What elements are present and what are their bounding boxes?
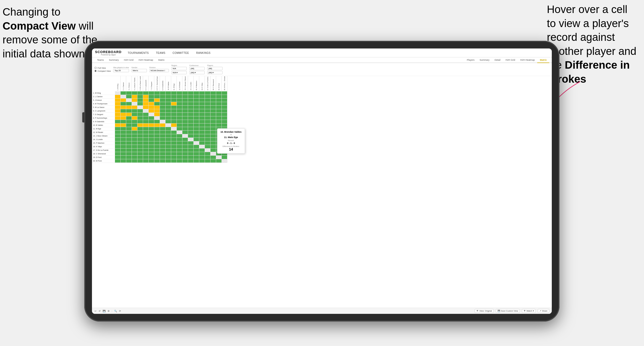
grid-cell[interactable]: [210, 145, 216, 149]
grid-cell[interactable]: [121, 98, 126, 102]
grid-cell[interactable]: [149, 152, 154, 156]
grid-cell[interactable]: [171, 91, 177, 95]
grid-cell[interactable]: [210, 138, 216, 141]
grid-cell[interactable]: [166, 116, 171, 120]
grid-cell[interactable]: [194, 152, 199, 156]
grid-cell[interactable]: [188, 123, 194, 127]
grid-cell[interactable]: [132, 159, 137, 163]
grid-cell[interactable]: [154, 106, 160, 109]
grid-cell[interactable]: [137, 123, 143, 127]
grid-cell[interactable]: [171, 141, 177, 145]
grid-cell[interactable]: [216, 102, 222, 106]
grid-cell[interactable]: [182, 159, 188, 163]
grid-cell[interactable]: [205, 145, 210, 149]
view-original-btn[interactable]: 👁 View: Original: [475, 309, 494, 313]
grid-cell[interactable]: [205, 138, 210, 141]
tab-h2h-grid[interactable]: H2H Grid: [121, 57, 136, 63]
grid-cell[interactable]: [188, 120, 194, 123]
grid-cell[interactable]: [137, 127, 143, 131]
grid-cell[interactable]: [199, 149, 205, 152]
grid-cell[interactable]: [222, 159, 227, 163]
grid-cell[interactable]: [171, 138, 177, 141]
grid-cell[interactable]: [177, 156, 182, 159]
grid-cell[interactable]: [137, 152, 143, 156]
grid-cell[interactable]: [166, 106, 171, 109]
grid-cell[interactable]: [222, 156, 227, 159]
grid-cell[interactable]: [171, 131, 177, 134]
grid-cell[interactable]: [210, 113, 216, 116]
grid-cell[interactable]: [137, 141, 143, 145]
grid-cell[interactable]: [137, 109, 143, 113]
grid-cell[interactable]: [182, 120, 188, 123]
grid-cell[interactable]: [166, 113, 171, 116]
grid-cell[interactable]: [132, 123, 137, 127]
grid-cell[interactable]: [216, 95, 222, 98]
grid-cell[interactable]: [121, 131, 126, 134]
grid-cell[interactable]: [210, 106, 216, 109]
grid-cell[interactable]: [199, 123, 205, 127]
grid-area[interactable]: 1. W Ding 2. L Clanton 3. J Koivun 4. M …: [92, 76, 552, 308]
grid-cell[interactable]: [160, 106, 166, 109]
grid-cell[interactable]: [154, 145, 160, 149]
grid-cell[interactable]: [188, 159, 194, 163]
grid-cell[interactable]: [182, 98, 188, 102]
grid-cell[interactable]: [210, 109, 216, 113]
grid-cell[interactable]: [166, 156, 171, 159]
grid-cell[interactable]: [132, 116, 137, 120]
grid-cell[interactable]: [205, 152, 210, 156]
grid-cell[interactable]: [171, 120, 177, 123]
grid-cell[interactable]: [121, 95, 126, 98]
grid-cell[interactable]: [166, 102, 171, 106]
grid-cell[interactable]: [194, 145, 199, 149]
grid-cell[interactable]: [115, 95, 121, 98]
grid-cell[interactable]: [115, 116, 121, 120]
grid-cell[interactable]: [115, 113, 121, 116]
grid-cell[interactable]: [166, 134, 171, 138]
grid-cell[interactable]: [182, 102, 188, 106]
grid-cell[interactable]: [154, 109, 160, 113]
grid-cell[interactable]: [121, 113, 126, 116]
region-select[interactable]: N/A: [171, 67, 187, 70]
grid-cell[interactable]: [115, 120, 121, 123]
grid-cell[interactable]: [160, 149, 166, 152]
grid-cell[interactable]: [205, 149, 210, 152]
grid-cell[interactable]: [126, 98, 132, 102]
grid-cell[interactable]: [154, 141, 160, 145]
grid-cell[interactable]: [160, 123, 166, 127]
grid-cell[interactable]: [177, 113, 182, 116]
grid-cell[interactable]: [115, 109, 121, 113]
players-select[interactable]: (All): [207, 67, 223, 70]
grid-cell[interactable]: [115, 98, 121, 102]
grid-cell[interactable]: [166, 138, 171, 141]
grid-cell[interactable]: [166, 145, 171, 149]
grid-cell[interactable]: [126, 134, 132, 138]
grid-cell[interactable]: [222, 102, 227, 106]
tab-teams[interactable]: Teams: [95, 57, 107, 63]
grid-cell[interactable]: [143, 159, 149, 163]
grid-cell[interactable]: [126, 120, 132, 123]
grid-cell[interactable]: [121, 141, 126, 145]
tab-h2h-heatmap2[interactable]: H2H Heatmap: [518, 57, 537, 63]
grid-cell[interactable]: [137, 145, 143, 149]
grid-cell[interactable]: [222, 109, 227, 113]
grid-cell[interactable]: [149, 141, 154, 145]
grid-cell[interactable]: [188, 149, 194, 152]
region-select2[interactable]: N/A ▾: [171, 71, 187, 74]
watch-btn[interactable]: 👁 Watch ▾: [522, 309, 536, 313]
grid-cell[interactable]: [132, 120, 137, 123]
grid-cell[interactable]: [188, 145, 194, 149]
grid-cell[interactable]: [154, 134, 160, 138]
grid-cell[interactable]: [210, 116, 216, 120]
grid-cell[interactable]: [149, 149, 154, 152]
grid-cell[interactable]: [177, 127, 182, 131]
grid-cell[interactable]: [149, 138, 154, 141]
grid-cell[interactable]: [194, 116, 199, 120]
grid-cell[interactable]: [199, 109, 205, 113]
grid-cell[interactable]: [222, 98, 227, 102]
grid-cell[interactable]: [222, 113, 227, 116]
grid-cell[interactable]: [137, 102, 143, 106]
grid-cell[interactable]: [160, 141, 166, 145]
players-select2[interactable]: (All) ▾: [207, 71, 223, 74]
grid-cell[interactable]: [121, 127, 126, 131]
tab-h2h-grid2[interactable]: H2H Grid: [503, 57, 518, 63]
